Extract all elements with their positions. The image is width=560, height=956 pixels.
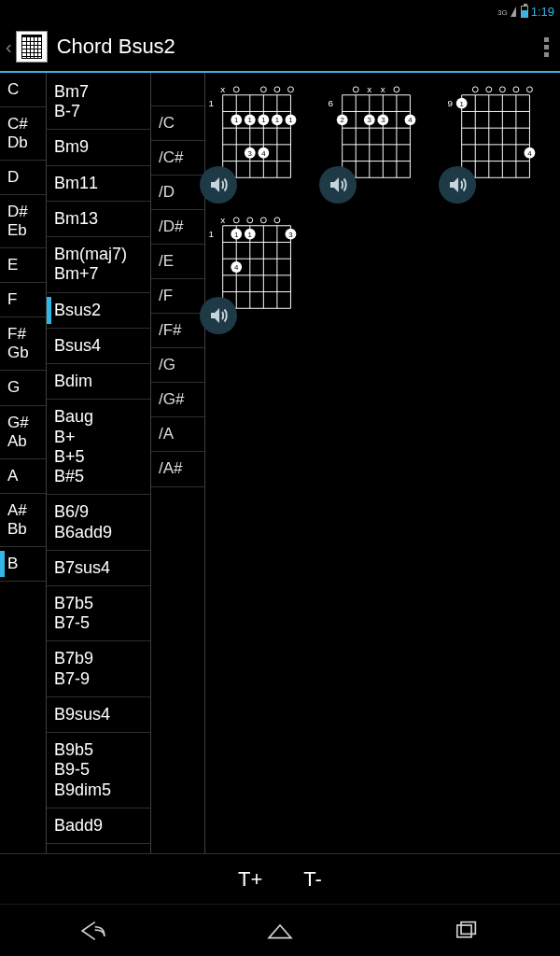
svg-point-72 xyxy=(499,87,505,92)
list-item[interactable]: A xyxy=(0,459,46,494)
svg-text:3: 3 xyxy=(381,116,385,124)
list-item[interactable]: B7b5B7-5 xyxy=(47,586,150,641)
list-item[interactable]: /A# xyxy=(151,452,204,486)
list-item[interactable]: Bsus2 xyxy=(47,293,150,329)
svg-point-45 xyxy=(353,87,358,92)
chord-type-list[interactable]: Bm7B-7Bm9Bm11Bm13Bm(maj7)Bm+7Bsus2Bsus4B… xyxy=(47,73,151,853)
svg-text:1: 1 xyxy=(275,116,279,124)
svg-point-17 xyxy=(288,87,294,92)
transpose-down-button[interactable]: T- xyxy=(303,867,322,892)
status-bar: 3G 1:19 xyxy=(0,0,560,22)
list-item[interactable]: /F# xyxy=(151,314,204,348)
svg-text:x: x xyxy=(381,84,385,94)
battery-icon xyxy=(521,6,528,18)
list-item[interactable]: /D# xyxy=(151,210,204,245)
list-item[interactable]: Bm9 xyxy=(47,130,150,165)
svg-text:1: 1 xyxy=(209,98,214,108)
list-item[interactable]: /C xyxy=(151,106,204,141)
app-icon[interactable] xyxy=(16,31,48,63)
list-item[interactable]: B9b5B9-5B9dim5 xyxy=(47,733,150,808)
list-item[interactable]: F#Gb xyxy=(0,317,46,371)
system-nav-bar xyxy=(0,904,560,956)
svg-text:1: 1 xyxy=(248,231,252,239)
list-item[interactable]: /A xyxy=(151,417,204,452)
back-caret-icon[interactable]: ‹ xyxy=(6,36,16,58)
nav-recent-icon[interactable] xyxy=(451,917,483,945)
svg-text:x: x xyxy=(367,84,371,94)
list-item[interactable]: /G xyxy=(151,348,204,383)
list-item[interactable]: E xyxy=(0,248,46,283)
chord-diagram[interactable]: 1x1111134 xyxy=(209,82,312,204)
transpose-up-button[interactable]: T+ xyxy=(238,867,262,892)
list-item[interactable]: Badd11+ xyxy=(47,844,150,853)
chord-diagram[interactable]: 11x1134 xyxy=(209,213,312,334)
list-item[interactable]: C#Db xyxy=(0,107,46,161)
svg-point-15 xyxy=(260,87,266,92)
list-item[interactable]: G#Ab xyxy=(0,406,46,459)
svg-point-16 xyxy=(274,87,280,92)
svg-point-96 xyxy=(274,218,280,223)
list-item[interactable]: D#Eb xyxy=(0,195,46,248)
list-item[interactable]: G xyxy=(0,371,46,405)
nav-back-icon[interactable] xyxy=(77,917,109,945)
bass-note-list[interactable]: /C/C#/D/D#/E/F/F#/G/G#/A/A# xyxy=(151,73,205,853)
transpose-toolbar: T+ T- xyxy=(0,853,560,904)
svg-point-95 xyxy=(260,218,266,223)
svg-text:1: 1 xyxy=(288,116,292,124)
nav-home-icon[interactable] xyxy=(264,917,296,945)
list-item[interactable]: B xyxy=(0,547,46,582)
list-item[interactable]: Bm13 xyxy=(47,202,150,237)
svg-text:4: 4 xyxy=(408,116,413,124)
list-item[interactable]: F xyxy=(0,283,46,317)
svg-point-14 xyxy=(233,87,239,92)
svg-point-48 xyxy=(394,87,399,92)
list-item[interactable]: /C# xyxy=(151,141,204,176)
svg-text:3: 3 xyxy=(368,116,372,124)
page-title: Chord Bsus2 xyxy=(57,35,175,59)
svg-text:2: 2 xyxy=(340,116,343,124)
play-sound-icon[interactable] xyxy=(200,297,237,334)
svg-point-74 xyxy=(527,87,533,92)
list-item[interactable]: A#Bb xyxy=(0,494,46,547)
overflow-menu-icon[interactable] xyxy=(544,37,549,57)
svg-text:x: x xyxy=(220,215,225,225)
svg-point-93 xyxy=(233,218,239,223)
list-item[interactable]: D xyxy=(0,161,46,195)
list-item[interactable]: B7sus4 xyxy=(47,551,150,586)
play-sound-icon[interactable] xyxy=(200,166,237,204)
play-sound-icon[interactable] xyxy=(319,166,357,204)
svg-text:3: 3 xyxy=(248,149,253,158)
list-item[interactable]: B9sus4 xyxy=(47,697,150,733)
svg-text:3: 3 xyxy=(288,231,293,239)
list-item[interactable]: B6/9B6add9 xyxy=(47,495,150,550)
svg-text:11: 11 xyxy=(209,229,214,239)
list-item[interactable]: /D xyxy=(151,176,204,210)
list-item[interactable]: Bdim xyxy=(47,364,150,400)
chord-diagram[interactable]: 914 xyxy=(448,82,551,204)
svg-point-71 xyxy=(486,87,492,92)
svg-rect-106 xyxy=(461,921,475,934)
svg-point-73 xyxy=(513,87,519,92)
network-label: 3G xyxy=(497,8,508,17)
list-item[interactable]: C xyxy=(0,73,46,107)
list-item[interactable]: /G# xyxy=(151,383,204,417)
list-item[interactable]: BaugB+B+5B#5 xyxy=(47,400,150,495)
chord-diagram[interactable]: 6xx2334 xyxy=(329,82,431,204)
list-item[interactable]: Bm(maj7)Bm+7 xyxy=(47,237,150,292)
svg-rect-105 xyxy=(457,925,471,937)
svg-text:6: 6 xyxy=(329,98,333,108)
list-item[interactable]: B7b9B7-9 xyxy=(47,641,150,696)
root-note-list[interactable]: CC#DbDD#EbEFF#GbGG#AbAA#BbB xyxy=(0,73,47,853)
svg-text:4: 4 xyxy=(261,149,266,158)
svg-text:1: 1 xyxy=(234,231,238,239)
play-sound-icon[interactable] xyxy=(439,166,476,204)
list-item[interactable]: /F xyxy=(151,279,204,314)
svg-point-94 xyxy=(247,218,253,223)
list-item[interactable]: Badd9 xyxy=(47,808,150,844)
list-item[interactable]: Bm7B-7 xyxy=(47,75,150,130)
list-item[interactable]: Bm11 xyxy=(47,166,150,202)
svg-text:1: 1 xyxy=(261,116,265,124)
list-item[interactable]: Bsus4 xyxy=(47,329,150,364)
action-bar: ‹ Chord Bsus2 xyxy=(0,22,560,73)
list-item[interactable]: /E xyxy=(151,245,204,279)
